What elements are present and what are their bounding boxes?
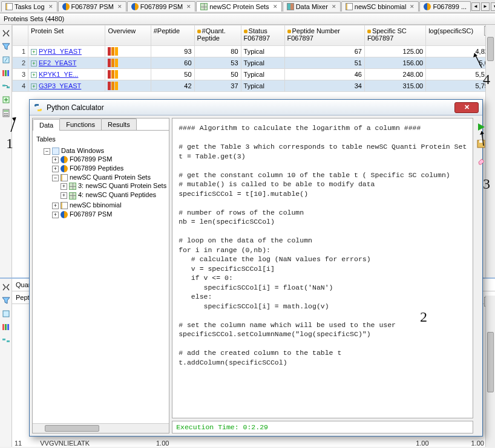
svg-point-11 bbox=[7, 113, 8, 114]
sheet-icon bbox=[346, 3, 353, 10]
svg-rect-15 bbox=[3, 311, 9, 317]
vertical-scrollbar[interactable] bbox=[485, 296, 495, 447]
svg-rect-22 bbox=[479, 140, 483, 143]
tree-node[interactable]: +newSC bbinomial bbox=[52, 201, 166, 210]
close-icon[interactable]: ✕ bbox=[48, 4, 53, 10]
tab-newsc-protein-sets[interactable]: newSC Protein Sets✕ bbox=[196, 1, 281, 11]
table-header-row: Protein Set Overview #Peptide #Quant. Pe… bbox=[13, 25, 495, 46]
col-quant-peptide[interactable]: #Quant. Peptide bbox=[194, 25, 241, 46]
export-icon[interactable] bbox=[1, 55, 11, 65]
tab-data[interactable]: Data bbox=[33, 119, 60, 131]
svg-rect-20 bbox=[7, 340, 10, 342]
python-icon bbox=[33, 103, 43, 112]
horizontal-scrollbar[interactable] bbox=[33, 423, 169, 433]
tree-node[interactable]: −newSC Quanti Protein Sets+3: newSC Quan… bbox=[52, 173, 166, 200]
col-protein-set[interactable]: Protein Set bbox=[28, 25, 105, 46]
svg-point-13 bbox=[5, 115, 7, 116]
svg-rect-1 bbox=[2, 70, 4, 76]
tables-tree[interactable]: Tables −Data Windows+F067899 PSM+F067899… bbox=[33, 131, 169, 423]
link-icon[interactable] bbox=[1, 82, 11, 91]
table-row[interactable]: 4 +G3P3_YEAST 4237Typical 34315.005,753 bbox=[13, 80, 495, 92]
sheet-icon bbox=[61, 174, 68, 181]
svg-point-14 bbox=[7, 115, 8, 116]
run-button[interactable] bbox=[476, 122, 487, 132]
tabs-menu-button[interactable]: ▾ bbox=[491, 2, 495, 11]
vertical-scrollbar[interactable] bbox=[485, 25, 495, 278]
svg-point-10 bbox=[5, 113, 7, 114]
tab-data-mixer[interactable]: Data Mixer✕ bbox=[283, 1, 341, 11]
mixer-icon bbox=[287, 3, 294, 10]
col-peptide[interactable]: #Peptide bbox=[151, 25, 194, 46]
close-icon[interactable]: ✕ bbox=[410, 4, 415, 10]
svg-rect-18 bbox=[7, 324, 9, 330]
grid-icon bbox=[200, 3, 208, 10]
svg-rect-16 bbox=[2, 324, 4, 330]
svg-rect-4 bbox=[2, 85, 5, 86]
tab-f067899-psm[interactable]: F067899 PSM✕ bbox=[127, 1, 195, 11]
table-row[interactable]: 3 +KPYK1_YE... 5050Typical 46248.005,513 bbox=[13, 69, 495, 80]
col-specific-sc[interactable]: Specific SC F067897 bbox=[364, 25, 425, 46]
pie-icon bbox=[61, 165, 68, 172]
tab-results[interactable]: Results bbox=[101, 118, 137, 130]
svg-rect-8 bbox=[4, 110, 8, 112]
tab-bar: Tasks Log✕ F067897 PSM✕ F067899 PSM✕ new… bbox=[0, 0, 495, 13]
pie-icon bbox=[131, 3, 139, 10]
panel-title: Proteins Sets (4480) bbox=[0, 13, 495, 25]
tab-tasks-log[interactable]: Tasks Log✕ bbox=[1, 1, 57, 11]
close-icon[interactable]: ✕ bbox=[332, 4, 336, 10]
pie-icon bbox=[62, 3, 70, 10]
pie-icon bbox=[424, 3, 431, 10]
svg-rect-2 bbox=[5, 70, 7, 76]
columns-icon[interactable] bbox=[1, 322, 11, 332]
pie-icon bbox=[61, 156, 68, 163]
save-button[interactable] bbox=[476, 138, 487, 149]
close-icon[interactable]: ✕ bbox=[117, 4, 122, 10]
table-row[interactable]: 1 +PYR1_YEAST 9380Typical 67125.004,828 bbox=[13, 46, 495, 57]
close-icon[interactable]: ✕ bbox=[186, 4, 191, 10]
close-icon[interactable]: ✕ bbox=[273, 4, 278, 10]
execution-time: Execution Time: 0:2.29 bbox=[172, 421, 473, 433]
tree-node[interactable]: +F067899 Peptides bbox=[52, 164, 166, 173]
table-row[interactable]: 2 +EF2_YEAST 6053Typical 51156.005,05 bbox=[13, 57, 495, 69]
dialog-title: Python Calculator bbox=[47, 103, 451, 112]
tree-node[interactable]: +F067897 PSM bbox=[52, 210, 166, 219]
tree-label: Tables bbox=[36, 135, 166, 143]
search-icon[interactable] bbox=[1, 28, 11, 38]
tab-functions[interactable]: Functions bbox=[59, 118, 102, 130]
log-icon bbox=[5, 3, 13, 10]
col-peptide-number[interactable]: Peptide Number F067897 bbox=[284, 25, 364, 46]
code-editor[interactable]: #### Algorithm to calculate the logarith… bbox=[172, 118, 473, 418]
svg-rect-19 bbox=[2, 339, 5, 340]
left-toolbar bbox=[0, 25, 12, 278]
add-icon[interactable] bbox=[1, 95, 11, 105]
export-icon[interactable] bbox=[1, 309, 11, 319]
erase-button[interactable] bbox=[476, 155, 487, 166]
calculator-icon[interactable] bbox=[1, 108, 11, 118]
tree-node[interactable]: +3: newSC Quanti Protein Sets bbox=[61, 181, 166, 190]
python-calculator-dialog: Python Calculator ✕ Data Functions Resul… bbox=[29, 99, 483, 437]
link-icon[interactable] bbox=[1, 336, 11, 345]
scroll-tabs-right-button[interactable]: ► bbox=[481, 2, 490, 11]
svg-rect-17 bbox=[5, 324, 7, 330]
tab-f067897-psm[interactable]: F067897 PSM✕ bbox=[58, 1, 126, 11]
filter-icon[interactable] bbox=[1, 296, 11, 305]
tree-node[interactable]: +F067899 PSM bbox=[52, 155, 166, 164]
grid-icon bbox=[69, 183, 76, 190]
col-status[interactable]: Status F067897 bbox=[241, 25, 284, 46]
pie-icon bbox=[61, 211, 68, 218]
tab-newsc-bbinomial[interactable]: newSC bbinomial✕ bbox=[341, 1, 419, 11]
svg-point-9 bbox=[4, 113, 5, 114]
sheet-icon bbox=[61, 202, 68, 209]
bottom-row: 11 VVGVNLIELATK 1.00 1.00 1.00 bbox=[15, 440, 484, 447]
columns-icon[interactable] bbox=[1, 68, 11, 78]
tab-f067899-more[interactable]: F067899 ... bbox=[419, 1, 471, 11]
svg-rect-3 bbox=[7, 70, 9, 76]
filter-icon[interactable] bbox=[1, 42, 11, 51]
svg-point-12 bbox=[4, 115, 5, 116]
dialog-close-button[interactable]: ✕ bbox=[454, 102, 479, 113]
tree-node[interactable]: +4: newSC Quanti Peptides bbox=[61, 190, 166, 200]
scroll-tabs-left-button[interactable]: ◄ bbox=[471, 2, 480, 11]
search-icon[interactable] bbox=[1, 282, 11, 292]
col-overview[interactable]: Overview bbox=[105, 25, 151, 46]
grid-icon bbox=[69, 192, 76, 200]
